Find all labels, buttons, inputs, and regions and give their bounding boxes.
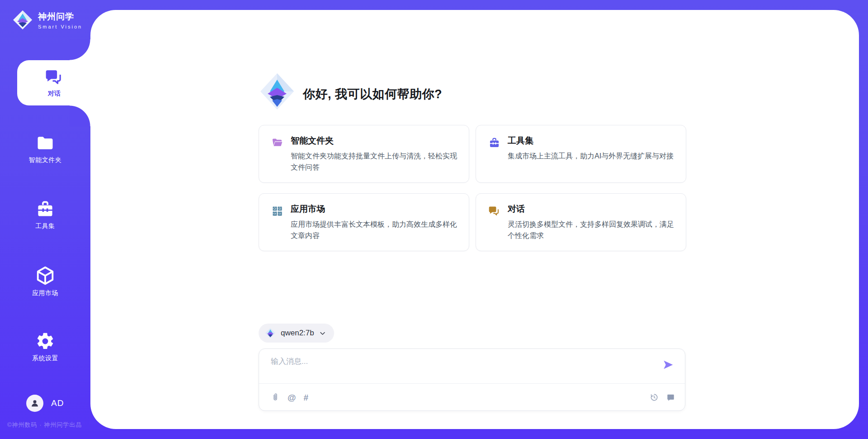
folder-open-icon (271, 137, 283, 151)
history-icon (650, 393, 659, 402)
mention-button[interactable]: @ (288, 393, 296, 402)
user-avatar-icon (30, 398, 40, 408)
card-title: 工具集 (508, 135, 679, 147)
tab-curve-top (70, 39, 90, 60)
attach-button[interactable] (271, 392, 280, 402)
sidebar-item-smart-folder[interactable]: 智能文件夹 (0, 133, 90, 164)
toolbar-left: @ # (271, 392, 308, 402)
sidebar-item-toolset[interactable]: 工具集 (0, 199, 90, 230)
chevron-down-icon (319, 330, 326, 337)
topic-button[interactable]: # (304, 393, 309, 402)
sidebar-item-label: 系统设置 (32, 354, 58, 363)
chat-square-icon (666, 393, 675, 402)
message-composer: @ # (259, 348, 685, 411)
sidebar-item-label: 应用市场 (32, 289, 58, 297)
greeting-text: 你好, 我可以如何帮助你? (303, 85, 442, 103)
user-name: AD (51, 398, 64, 408)
card-smart-folder[interactable]: 智能文件夹 智能文件夹功能支持批量文件上传与清洗，轻松实现文件问答 (259, 125, 469, 183)
card-title: 对话 (508, 203, 679, 215)
card-toolset[interactable]: 工具集 集成市场上主流工具，助力AI与外界无缝扩展与对接 (476, 125, 686, 183)
card-description: 智能文件夹功能支持批量文件上传与清洗，轻松实现文件问答 (291, 151, 462, 173)
model-selector[interactable]: qwen2:7b (259, 324, 334, 343)
model-name: qwen2:7b (281, 329, 314, 338)
card-app-market[interactable]: 应用市场 应用市场提供丰富长文本模板，助力高效生成多样化文章内容 (259, 193, 469, 251)
card-chat[interactable]: 对话 灵活切换多模型文件，支持多样回复效果调试，满足个性化需求 (476, 193, 686, 251)
chat-bubbles-icon (45, 68, 64, 87)
send-button[interactable] (661, 358, 675, 372)
card-title: 应用市场 (291, 203, 462, 215)
card-description: 灵活切换多模型文件，支持多样回复效果调试，满足个性化需求 (508, 219, 679, 242)
composer-toolbar: @ # (271, 384, 675, 411)
sidebar-item-label: 工具集 (35, 222, 55, 230)
avatar (26, 395, 43, 412)
history-button[interactable] (650, 393, 659, 402)
toolbox-icon (35, 199, 55, 219)
sidebar-item-label: 对话 (48, 90, 61, 98)
chat-mode-button[interactable] (666, 393, 675, 402)
card-description: 集成市场上主流工具，助力AI与外界无缝扩展与对接 (508, 151, 679, 162)
app-grid-icon (271, 205, 283, 219)
model-diamond-icon (265, 328, 276, 339)
user-profile[interactable]: AD (26, 395, 64, 412)
gear-icon (35, 331, 55, 351)
toolbox-icon (488, 137, 500, 151)
sidebar-footer-text: ©神州数码 · 神州问学出品 (7, 421, 82, 429)
sidebar-item-chat[interactable]: 对话 (17, 60, 91, 105)
brand-name: 神州问学 (38, 11, 82, 23)
diamond-logo-icon (12, 9, 33, 31)
feature-cards: 智能文件夹 智能文件夹功能支持批量文件上传与清洗，轻松实现文件问答 工具集 集成… (259, 125, 686, 251)
paperclip-icon (271, 392, 280, 402)
send-icon (662, 359, 674, 371)
greeting-diamond-logo-icon (259, 72, 296, 111)
tab-curve-bottom (70, 105, 90, 126)
cube-icon (35, 265, 56, 286)
card-title: 智能文件夹 (291, 135, 462, 147)
message-input[interactable] (271, 356, 655, 381)
sidebar-item-settings[interactable]: 系统设置 (0, 331, 90, 363)
sidebar-item-label: 智能文件夹 (29, 156, 62, 164)
brand-logo: 神州问学 Smart Vision (12, 9, 82, 31)
folder-icon (35, 133, 55, 153)
sidebar-item-app-market[interactable]: 应用市场 (0, 265, 90, 297)
toolbar-right (650, 393, 675, 402)
card-description: 应用市场提供丰富长文本模板，助力高效生成多样化文章内容 (291, 219, 462, 242)
brand-subtitle: Smart Vision (38, 24, 82, 29)
brand-text: 神州问学 Smart Vision (38, 11, 82, 29)
chat-bubbles-icon (488, 205, 500, 219)
